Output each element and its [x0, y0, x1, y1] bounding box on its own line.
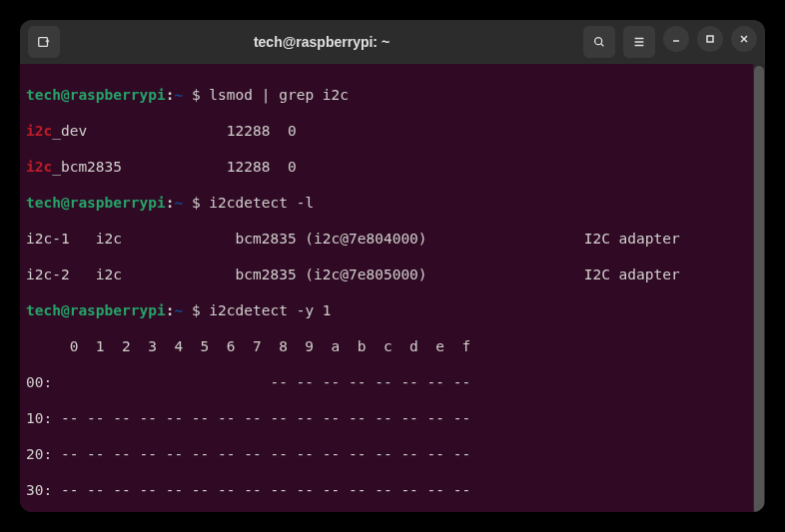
svg-rect-0	[39, 38, 48, 47]
command-i2cdetect-l: i2cdetect -l	[209, 195, 314, 211]
command-lsmod: lsmod | grep i2c	[209, 87, 349, 103]
scan-row: 30: -- -- -- -- -- -- -- -- -- -- -- -- …	[26, 481, 759, 499]
prompt-path: ~	[174, 87, 183, 103]
scrollbar-thumb[interactable]	[754, 66, 764, 512]
new-tab-button[interactable]	[28, 26, 60, 58]
close-button[interactable]	[731, 26, 757, 52]
search-button[interactable]	[583, 26, 615, 58]
scan-row: 10: -- -- -- -- -- -- -- -- -- -- -- -- …	[26, 409, 759, 427]
minimize-button[interactable]	[663, 26, 689, 52]
scan-row: 20: -- -- -- -- -- -- -- -- -- -- -- -- …	[26, 445, 759, 463]
grep-match: i2c	[26, 123, 52, 139]
scan-row: 00: -- -- -- -- -- -- -- --	[26, 373, 759, 391]
terminal-viewport[interactable]: tech@raspberrypi:~ $ lsmod | grep i2c i2…	[20, 64, 765, 512]
prompt-line: tech@raspberrypi:~ $ i2cdetect -y 1	[26, 301, 759, 319]
menu-button[interactable]	[623, 26, 655, 58]
svg-point-3	[595, 38, 602, 45]
svg-rect-9	[707, 36, 713, 42]
output-line: i2c_dev 12288 0	[26, 122, 759, 140]
output-line: i2c_bcm2835 12288 0	[26, 158, 759, 176]
terminal-window: tech@raspberrypi: ~ tech@raspberrypi:~ $…	[20, 20, 765, 512]
scrollbar[interactable]	[753, 64, 765, 512]
prompt-line: tech@raspberrypi:~ $ lsmod | grep i2c	[26, 86, 759, 104]
grep-match: i2c	[26, 159, 52, 175]
titlebar: tech@raspberrypi: ~	[20, 20, 765, 64]
window-title: tech@raspberrypi: ~	[68, 34, 575, 50]
prompt-user: tech@raspberrypi	[26, 87, 166, 103]
output-line: i2c-2 i2c bcm2835 (i2c@7e805000) I2C ada…	[26, 266, 759, 283]
output-line: i2c-1 i2c bcm2835 (i2c@7e804000) I2C ada…	[26, 230, 759, 248]
prompt-line: tech@raspberrypi:~ $ i2cdetect -l	[26, 194, 759, 212]
scan-header: 0 1 2 3 4 5 6 7 8 9 a b c d e f	[26, 337, 759, 355]
maximize-button[interactable]	[697, 26, 723, 52]
svg-line-4	[601, 44, 604, 47]
command-i2cdetect-y: i2cdetect -y 1	[209, 302, 331, 318]
